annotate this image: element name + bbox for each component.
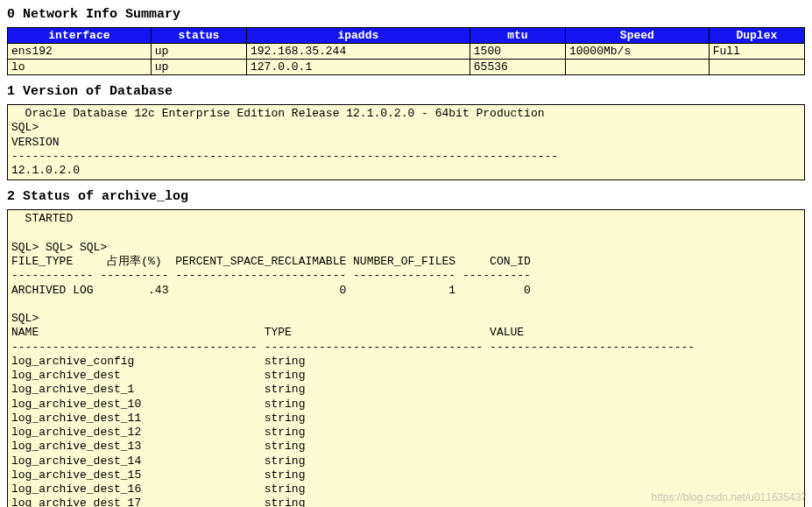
col-interface: interface: [8, 28, 152, 44]
table-header-row: interface status ipadds mtu Speed Duplex: [8, 28, 805, 44]
cell-status: up: [151, 44, 246, 60]
cell-interface: lo: [8, 60, 152, 75]
cell-interface: ens192: [8, 44, 152, 60]
archive-output-block: STARTED SQL> SQL> SQL> FILE_TYPE 占用率(%) …: [7, 209, 805, 507]
col-status: status: [151, 28, 246, 44]
section-title-archive: 2 Status of archive_log: [7, 189, 805, 204]
cell-speed: [565, 60, 709, 75]
col-mtu: mtu: [470, 28, 565, 44]
table-row: lo up 127.0.0.1 65536: [8, 60, 805, 75]
version-output-block: Oracle Database 12c Enterprise Edition R…: [7, 104, 805, 180]
col-speed: Speed: [565, 28, 709, 44]
cell-mtu: 1500: [470, 44, 565, 60]
table-row: ens192 up 192.168.35.244 1500 10000Mb/s …: [8, 44, 805, 60]
section-title-version: 1 Version of Database: [7, 84, 805, 99]
cell-status: up: [151, 60, 246, 75]
section-title-network: 0 Network Info Summary: [7, 7, 805, 22]
network-table: interface status ipadds mtu Speed Duplex…: [7, 27, 805, 75]
cell-duplex: [709, 60, 804, 75]
cell-ipadds: 127.0.0.1: [246, 60, 470, 75]
cell-ipadds: 192.168.35.244: [246, 44, 470, 60]
cell-speed: 10000Mb/s: [565, 44, 709, 60]
cell-duplex: Full: [709, 44, 804, 60]
cell-mtu: 65536: [470, 60, 565, 75]
col-duplex: Duplex: [709, 28, 804, 44]
col-ipadds: ipadds: [246, 28, 470, 44]
